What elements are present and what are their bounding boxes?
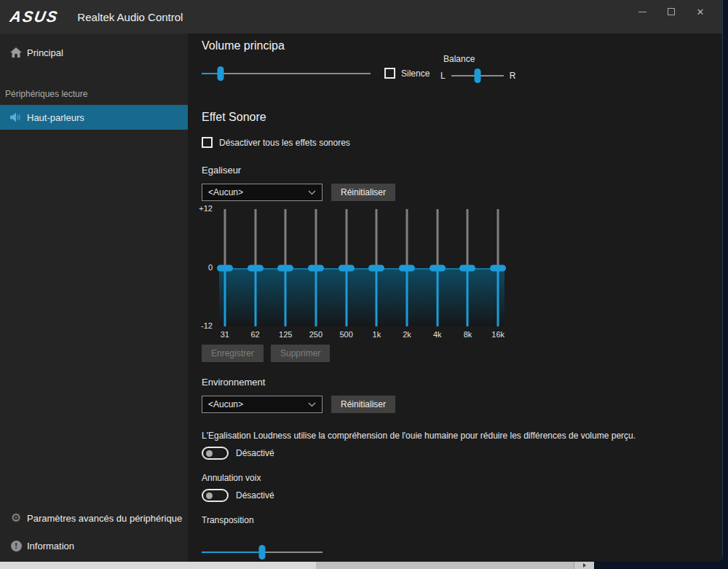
eq-track-upper (406, 209, 408, 268)
eq-slider-handle[interactable] (399, 265, 415, 272)
eq-band-label: 62 (240, 330, 271, 339)
eq-slider-handle[interactable] (217, 265, 233, 272)
eq-track-upper (436, 209, 438, 268)
environment-reset-button[interactable]: Réinitialiser (331, 396, 395, 413)
eq-band-slider-125[interactable]: 125 (270, 209, 301, 340)
info-icon: ! (8, 541, 24, 552)
voice-cancellation-toggle[interactable] (202, 489, 229, 502)
close-button[interactable]: ✕ (686, 0, 715, 23)
eq-band-slider-4k[interactable]: 4k (422, 209, 453, 340)
sidebar-item-principal[interactable]: Principal (0, 41, 188, 64)
loudness-state-label: Désactivé (236, 448, 274, 458)
sidebar-section-playback: Périphériques lecture (5, 89, 188, 99)
eq-slider-handle[interactable] (430, 265, 446, 272)
eq-track-upper (254, 209, 256, 268)
eq-track-lower (436, 268, 438, 326)
mute-control[interactable]: Silence (384, 68, 430, 79)
chevron-down-icon (308, 402, 316, 407)
transposition-slider[interactable] (202, 545, 323, 560)
eq-slider-handle[interactable] (248, 265, 264, 272)
scroll-right-icon (583, 563, 586, 568)
equalizer-panel: 31 62 125 250 (210, 209, 514, 340)
loudness-description: L'Egalisation Loudness utilise la compré… (202, 431, 636, 441)
sidebar-item-advanced-settings[interactable]: ⚙ Paramètres avancés du périphérique (0, 506, 188, 530)
toggle-knob (206, 493, 213, 499)
minimize-icon (638, 12, 646, 12)
close-icon: ✕ (697, 7, 705, 17)
eq-track-lower (223, 268, 226, 326)
eq-slider-handle[interactable] (277, 265, 293, 272)
eq-slider-handle[interactable] (368, 265, 384, 272)
disable-effects-checkbox[interactable] (202, 137, 213, 148)
maximize-icon (668, 8, 675, 15)
eq-track-upper (314, 209, 317, 268)
environment-preset-dropdown[interactable]: <Aucun> (202, 396, 323, 413)
eq-track-lower (254, 268, 256, 326)
voice-cancellation-state-label: Désactivé (236, 490, 274, 501)
window-controls: ✕ (628, 0, 715, 23)
balance-label: Balance (443, 54, 475, 64)
eq-band-label: 4k (422, 330, 453, 339)
balance-slider-handle[interactable] (474, 68, 480, 83)
eq-band-label: 8k (453, 330, 483, 339)
scrollbar-thumb[interactable] (0, 562, 316, 569)
volume-slider[interactable] (202, 66, 371, 81)
balance-slider[interactable] (451, 68, 504, 83)
loudness-toggle[interactable] (202, 447, 229, 460)
balance-left-label: L (440, 71, 446, 81)
eq-track-lower (285, 268, 287, 326)
equalizer-reset-button[interactable]: Réinitialiser (331, 184, 395, 201)
silence-checkbox[interactable] (384, 68, 395, 79)
equalizer-preset-value: <Aucun> (208, 187, 308, 197)
eq-band-label: 250 (301, 330, 331, 339)
eq-track-lower (345, 268, 347, 326)
eq-slider-handle[interactable] (459, 265, 475, 272)
eq-track-upper (467, 209, 469, 268)
eq-band-slider-16k[interactable]: 16k (483, 209, 513, 340)
eq-track-lower (314, 268, 317, 326)
eq-band-slider-8k[interactable]: 8k (453, 209, 483, 340)
gear-icon: ⚙ (8, 512, 24, 524)
eq-band-label: 500 (331, 330, 362, 339)
silence-label: Silence (401, 68, 430, 79)
eq-band-slider-62[interactable]: 62 (240, 209, 271, 340)
equalizer-label: Egaliseur (202, 165, 241, 176)
transposition-label: Transposition (202, 515, 254, 525)
delete-preset-button[interactable]: Supprimer (271, 345, 330, 362)
minimize-button[interactable] (628, 0, 657, 23)
eq-band-slider-250[interactable]: 250 (301, 209, 331, 340)
eq-slider-handle[interactable] (308, 265, 324, 272)
environment-label: Environnement (202, 377, 265, 388)
eq-slider-handle[interactable] (490, 265, 506, 272)
transposition-slider-handle[interactable] (259, 545, 266, 560)
equalizer-preset-dropdown[interactable]: <Aucun> (202, 184, 323, 201)
maximize-button[interactable] (657, 0, 686, 23)
eq-slider-handle[interactable] (339, 265, 355, 272)
titlebar: ASUS Realtek Audio Control ✕ (0, 0, 722, 34)
environment-preset-value: <Aucun> (208, 399, 308, 409)
volume-heading: Volume principa (202, 39, 285, 52)
eq-band-label: 31 (210, 330, 240, 339)
sidebar-item-information[interactable]: ! Information (0, 534, 188, 557)
eq-band-label: 125 (270, 330, 301, 339)
speaker-icon (8, 112, 24, 122)
horizontal-scrollbar[interactable] (0, 562, 594, 569)
disable-effects-label: Désactiver tous les effets sonores (219, 138, 350, 148)
volume-slider-handle[interactable] (217, 66, 223, 81)
voice-cancellation-control: Désactivé (202, 489, 274, 502)
scrollbar-right-button[interactable] (574, 562, 594, 569)
loudness-control: Désactivé (202, 447, 274, 460)
transposition-slider-fill (202, 552, 262, 553)
eq-band-slider-31[interactable]: 31 (210, 209, 240, 340)
eq-track-upper (345, 209, 347, 268)
sound-effect-heading: Effet Sonore (202, 111, 266, 124)
eq-band-slider-1k[interactable]: 1k (362, 209, 392, 340)
save-preset-button[interactable]: Enregistrer (202, 345, 264, 362)
disable-effects-control[interactable]: Désactiver tous les effets sonores (202, 137, 350, 148)
eq-band-slider-500[interactable]: 500 (331, 209, 362, 340)
toggle-knob (206, 450, 213, 457)
eq-track-upper (497, 209, 499, 268)
sidebar-item-speakers[interactable]: Haut-parleurs (0, 105, 188, 130)
eq-band-slider-2k[interactable]: 2k (392, 209, 422, 340)
sidebar-item-label: Principal (27, 47, 63, 58)
